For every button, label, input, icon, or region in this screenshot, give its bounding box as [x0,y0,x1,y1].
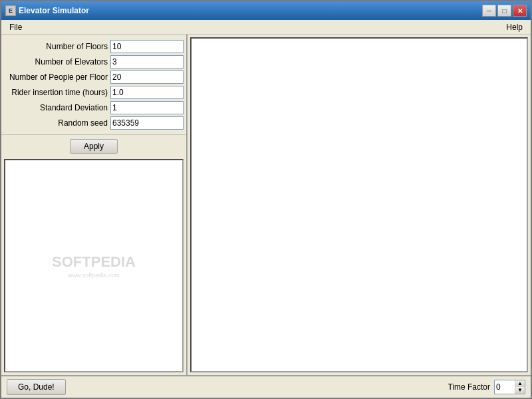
input-num-floors[interactable] [110,40,184,53]
time-factor-label: Time Factor [448,382,490,392]
time-factor-section: Time Factor ▲ ▼ [448,380,525,394]
form-area: Number of FloorsNumber of ElevatorsNumbe… [1,35,186,135]
input-random-seed[interactable] [110,116,184,130]
time-factor-input-wrap: ▲ ▼ [494,380,525,394]
menu-help[interactable]: Help [501,21,528,33]
window-icon: E [5,5,16,16]
simulation-display [190,37,528,372]
time-factor-down[interactable]: ▼ [515,387,525,394]
apply-button[interactable]: Apply [70,139,118,154]
menu-file[interactable]: File [4,21,27,33]
time-factor-input[interactable] [495,380,515,394]
form-row-rider-time: Rider insertion time (hours) [4,86,184,99]
time-factor-spinner: ▲ ▼ [515,380,525,394]
form-row-num-elevators: Number of Elevators [4,55,184,68]
minimize-button[interactable]: ─ [482,5,496,17]
label-num-floors: Number of Floors [4,42,110,51]
input-num-elevators[interactable] [110,55,184,68]
form-row-random-seed: Random seed [4,116,184,130]
go-button[interactable]: Go, Dude! [7,379,66,395]
window-title: Elevator Simulator [19,6,482,15]
input-std-dev[interactable] [110,101,184,114]
time-factor-up[interactable]: ▲ [515,380,525,387]
close-button[interactable]: ✕ [513,5,527,17]
menu-bar: File Help [1,20,531,35]
maximize-button[interactable]: □ [497,5,511,17]
title-bar: E Elevator Simulator ─ □ ✕ [1,1,531,20]
label-random-seed: Random seed [4,118,110,128]
label-rider-time: Rider insertion time (hours) [4,88,110,97]
form-row-num-people: Number of People per Floor [4,70,184,84]
right-panel [188,35,531,375]
title-bar-buttons: ─ □ ✕ [482,5,527,17]
form-row-std-dev: Standard Deviation [4,101,184,114]
watermark: SOFTPEDIA www.softpedia.com [52,253,136,279]
left-panel: Number of FloorsNumber of ElevatorsNumbe… [1,35,188,375]
main-window: E Elevator Simulator ─ □ ✕ File Help Num… [0,0,532,399]
main-content: Number of FloorsNumber of ElevatorsNumbe… [1,35,531,375]
form-row-num-floors: Number of Floors [4,40,184,53]
label-std-dev: Standard Deviation [4,103,110,112]
bottom-bar: Go, Dude! Time Factor ▲ ▼ [1,375,531,398]
input-num-people[interactable] [110,70,184,84]
input-rider-time[interactable] [110,86,184,99]
label-num-people: Number of People per Floor [4,72,110,82]
elevator-visualization: SOFTPEDIA www.softpedia.com [4,159,184,372]
apply-row: Apply [1,135,186,156]
label-num-elevators: Number of Elevators [4,57,110,66]
